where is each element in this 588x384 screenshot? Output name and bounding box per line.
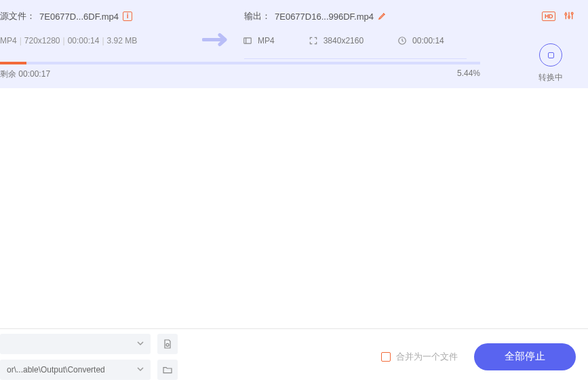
stop-all-button[interactable]: 全部停止	[474, 343, 576, 370]
progress-percent: 5.44%	[457, 69, 480, 80]
output-filename: 7E0677D16...996DF.mp4	[275, 12, 374, 22]
progress-fill	[0, 62, 26, 64]
divider	[244, 58, 467, 59]
preset-settings-button[interactable]	[157, 334, 178, 354]
output-path-value: or\...able\Output\Converted	[7, 365, 105, 375]
info-icon[interactable]: i	[123, 12, 132, 21]
progress-meta: 剩余 00:00:17 5.44%	[0, 64, 480, 88]
merge-label: 合并为一个文件	[396, 351, 458, 363]
svg-point-5	[571, 12, 573, 14]
arrow-icon	[202, 32, 231, 50]
film-icon	[243, 36, 252, 45]
separator: |	[20, 36, 22, 45]
stop-icon	[548, 52, 554, 58]
separator: |	[63, 36, 65, 45]
svg-point-9	[166, 343, 169, 346]
format-preset-dropdown[interactable]	[0, 334, 151, 354]
clock-icon	[397, 36, 407, 45]
output-duration: 00:00:14	[412, 36, 444, 45]
progress-track	[0, 62, 480, 64]
file-gear-icon	[162, 339, 173, 349]
output-resolution-chip: 3840x2160	[309, 36, 364, 45]
merge-checkbox[interactable]	[381, 352, 391, 362]
remaining-label: 剩余	[0, 69, 16, 79]
output-label: 输出：	[244, 10, 271, 22]
source-format: MP4	[0, 36, 17, 45]
chevron-down-icon	[137, 365, 144, 375]
chevron-down-icon	[137, 339, 144, 349]
expand-icon	[309, 36, 318, 45]
status-label: 转换中	[538, 72, 563, 83]
source-size: 3.92 MB	[107, 36, 138, 45]
source-label: 源文件：	[0, 10, 35, 22]
output-format: MP4	[258, 36, 275, 45]
source-duration: 00:00:14	[68, 36, 100, 45]
output-resolution: 3840x2160	[324, 36, 364, 45]
svg-point-3	[565, 13, 567, 15]
source-meta: MP4 | 720x1280 | 00:00:14 | 3.92 MB	[0, 36, 197, 45]
folder-icon	[162, 364, 173, 375]
open-folder-button[interactable]	[157, 360, 178, 380]
stop-item-button[interactable]	[539, 43, 562, 66]
hd-badge-icon[interactable]: HD	[542, 12, 555, 21]
svg-point-4	[568, 16, 570, 18]
conversion-list: 源文件： 7E0677D...6DF.mp4 i 输出： 7E0677D16..…	[0, 0, 588, 88]
edit-icon[interactable]	[378, 11, 387, 22]
remaining-time: 00:00:17	[18, 69, 50, 79]
output-path-dropdown[interactable]: or\...able\Output\Converted	[0, 360, 151, 380]
separator: |	[102, 36, 104, 45]
source-resolution: 720x1280	[24, 36, 60, 45]
svg-rect-6	[244, 38, 252, 43]
output-duration-chip: 00:00:14	[397, 36, 444, 45]
source-filename: 7E0677D...6DF.mp4	[39, 12, 119, 22]
bottom-bar: or\...able\Output\Converted 合并为一个文件 全部停止	[0, 328, 588, 384]
output-format-chip: MP4	[243, 36, 275, 45]
adjust-icon[interactable]	[564, 10, 574, 23]
conversion-item: 源文件： 7E0677D...6DF.mp4 i 输出： 7E0677D16..…	[0, 7, 588, 88]
